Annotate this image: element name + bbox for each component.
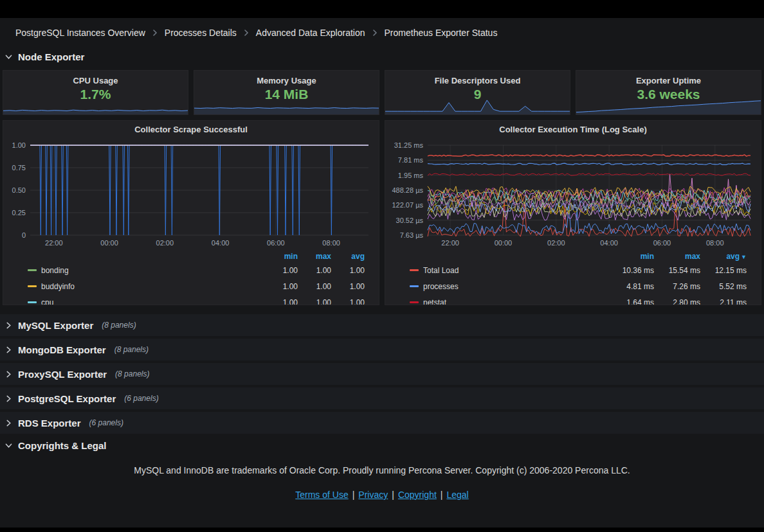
scrape-chart-plot[interactable]: 1.000.750.500.25022:0000:0002:0004:0006:… [8, 139, 375, 249]
svg-text:1.95 ms: 1.95 ms [398, 172, 424, 179]
panel-collector-execution-time: Collector Execution Time (Log Scale) 31.… [385, 120, 761, 305]
breadcrumb-item-instances-overview[interactable]: PostgreSQL Instances Overview [15, 28, 145, 38]
legend-avg-value: 1.00 [331, 282, 365, 291]
stat-value: 1.7% [3, 87, 188, 102]
separator: | [392, 490, 394, 500]
breadcrumb-item-current: Prometheus Exporter Status [385, 28, 498, 38]
legend-avg-value: 12.15 ms [700, 266, 747, 275]
execution-time-chart-plot[interactable]: 31.25 ms7.81 ms1.95 ms488.28 µs122.07 µs… [390, 139, 757, 249]
section-proxysql-exporter[interactable]: ProxySQL Exporter (8 panels) [0, 363, 764, 385]
svg-text:04:00: 04:00 [600, 239, 618, 247]
svg-text:00:00: 00:00 [495, 239, 513, 247]
breadcrumb-item-processes-details[interactable]: Processes Details [165, 28, 237, 38]
series-name: Total Load [423, 266, 459, 275]
section-rds-exporter[interactable]: RDS Exporter (6 panels) [0, 412, 764, 434]
legend-series-toggle[interactable]: cpu [28, 298, 264, 306]
panel-title[interactable]: File Descriptors Used [385, 71, 570, 85]
link-copyright[interactable]: Copyright [398, 490, 437, 500]
svg-text:488.28 µs: 488.28 µs [392, 186, 423, 194]
legend-series-toggle[interactable]: Total Load [410, 266, 608, 275]
legal-links: Terms of Use|Privacy|Copyright|Legal [0, 490, 764, 500]
series-color-icon [28, 269, 37, 271]
link-legal[interactable]: Legal [446, 490, 468, 500]
svg-text:122.07 µs: 122.07 µs [392, 201, 423, 209]
panel-title[interactable]: Collector Execution Time (Log Scale) [390, 125, 756, 139]
section-title: Copyrights & Legal [18, 440, 107, 451]
stat-panel-cpu-usage: CPU Usage 1.7% [3, 70, 188, 115]
section-mysql-exporter[interactable]: MySQL Exporter (8 panels) [0, 314, 764, 336]
legend-min-value: 4.81 ms [608, 282, 654, 291]
legend-min-value: 1.00 [264, 266, 298, 275]
legend-row: processes 4.81 ms 7.26 ms 5.52 ms [410, 278, 747, 294]
svg-text:06:00: 06:00 [267, 239, 285, 247]
legend-avg-value: 2.11 ms [700, 298, 747, 306]
legend-max-value: 15.54 ms [654, 266, 700, 275]
svg-text:06:00: 06:00 [653, 239, 671, 247]
stat-panels-row: CPU Usage 1.7% Memory Usage 14 MiB File … [0, 66, 764, 115]
stat-panel-memory-usage: Memory Usage 14 MiB [194, 70, 379, 115]
legend-max-value: 1.00 [298, 282, 331, 291]
legend-max-value: 7.26 ms [654, 282, 700, 291]
legend-header: min max avg▼ [410, 251, 747, 262]
legend-sort-min[interactable]: min [608, 252, 654, 261]
panel-count: (6 panels) [124, 394, 158, 403]
section-node-exporter[interactable]: Node Exporter [0, 48, 764, 66]
series-color-icon [28, 285, 37, 287]
panel-title[interactable]: Exporter Uptime [576, 71, 761, 85]
series-color-icon [410, 285, 419, 287]
legend-row: buddyinfo 1.00 1.00 1.00 [28, 278, 365, 294]
panel-title[interactable]: Collector Scrape Successful [8, 125, 374, 139]
legal-text: MySQL and InnoDB are trademarks of Oracl… [0, 465, 764, 475]
bottom-bar [0, 528, 764, 532]
panel-collector-scrape-successful: Collector Scrape Successful 1.000.750.50… [3, 120, 379, 305]
section-title: ProxySQL Exporter [18, 369, 107, 380]
section-mongodb-exporter[interactable]: MongoDB Exporter (8 panels) [0, 339, 764, 360]
panel-title[interactable]: CPU Usage [3, 71, 188, 85]
legend-sort-max[interactable]: max [298, 252, 331, 261]
chevron-right-icon [5, 346, 12, 353]
legend-min-value: 10.36 ms [608, 266, 654, 275]
legend-sort-min[interactable]: min [264, 252, 298, 261]
link-terms-of-use[interactable]: Terms of Use [295, 490, 348, 500]
svg-text:04:00: 04:00 [212, 239, 230, 247]
section-title: MongoDB Exporter [18, 344, 106, 355]
legend-series-toggle[interactable]: processes [410, 282, 608, 291]
svg-text:02:00: 02:00 [547, 239, 565, 247]
chevron-down-icon [5, 53, 12, 60]
stat-value: 9 [385, 87, 570, 102]
sort-caret-icon: ▼ [741, 254, 747, 260]
legend-sort-avg[interactable]: avg▼ [700, 252, 747, 261]
series-color-icon [28, 301, 37, 303]
legend-row: Total Load 10.36 ms 15.54 ms 12.15 ms [410, 262, 747, 278]
link-privacy[interactable]: Privacy [358, 490, 388, 500]
section-title: RDS Exporter [18, 418, 81, 429]
svg-text:7.81 ms: 7.81 ms [398, 156, 424, 164]
collapsed-sections: MySQL Exporter (8 panels) MongoDB Export… [0, 314, 764, 434]
breadcrumb-item-advanced-data-exploration[interactable]: Advanced Data Exploration [256, 28, 365, 38]
panel-title[interactable]: Memory Usage [194, 71, 379, 85]
top-bar [0, 0, 764, 18]
legend-max-value: 1.00 [298, 266, 331, 275]
legend-min-value: 1.00 [264, 298, 298, 306]
svg-text:0.75: 0.75 [12, 164, 26, 172]
legend-sort-max[interactable]: max [654, 252, 700, 261]
legend-header: min max avg [28, 251, 365, 262]
chevron-down-icon [5, 442, 12, 449]
chevron-right-icon [243, 30, 250, 36]
svg-text:0.25: 0.25 [12, 209, 26, 217]
legend-series-toggle[interactable]: netstat [410, 298, 608, 306]
section-copyrights-legal[interactable]: Copyrights & Legal [0, 436, 764, 455]
section-postgresql-exporter[interactable]: PostgreSQL Exporter (6 panels) [0, 387, 764, 409]
svg-text:7.63 µs: 7.63 µs [400, 231, 424, 239]
series-name: processes [423, 282, 459, 291]
stat-value: 14 MiB [194, 87, 379, 102]
legend-sort-avg[interactable]: avg [331, 252, 365, 261]
legend-series-toggle[interactable]: buddyinfo [28, 282, 264, 291]
legend-series-toggle[interactable]: bonding [28, 266, 264, 275]
separator: | [352, 490, 355, 500]
svg-text:22:00: 22:00 [45, 239, 63, 247]
series-name: cpu [41, 298, 53, 306]
legend: min max avg▼ Total Load 10.36 ms 15.54 m… [390, 249, 756, 305]
chevron-right-icon [5, 322, 12, 329]
svg-text:08:00: 08:00 [706, 239, 724, 247]
